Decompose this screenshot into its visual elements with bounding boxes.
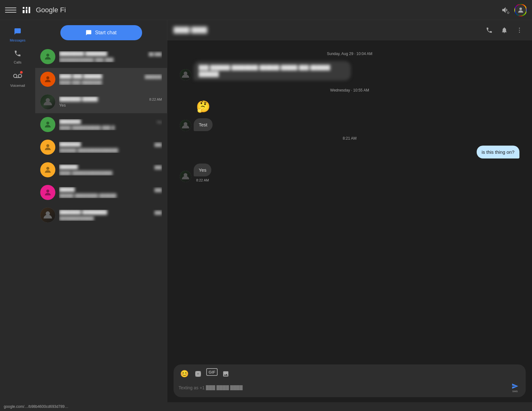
conversation-content: ███████ ████████ ███ ████████████ bbox=[59, 210, 162, 221]
message-avatar bbox=[180, 171, 191, 182]
start-chat-button[interactable]: Start chat bbox=[60, 25, 142, 40]
message-row: ███ ██████ ████████ ██████ █████ ███ ███… bbox=[180, 61, 519, 81]
svg-point-8 bbox=[519, 8, 522, 10]
voicemail-icon bbox=[13, 72, 22, 82]
emoji-button[interactable]: 😊 bbox=[179, 368, 190, 380]
notifications-button[interactable] bbox=[498, 24, 511, 36]
messages-icon bbox=[14, 28, 21, 37]
contact-name: ██████ bbox=[59, 164, 78, 169]
message-preview: ████████████ ███ ███ bbox=[59, 58, 162, 62]
conversation-panel: Start chat ████████ ███████ ██ ███ █████… bbox=[35, 20, 167, 402]
chat-area: ████ ████ bbox=[167, 20, 532, 402]
message-preview: ████████████ bbox=[59, 216, 162, 221]
svg-rect-1 bbox=[23, 7, 25, 9]
bottom-bar: google.com/…/b98b4600cd693d789… bbox=[0, 402, 532, 411]
message-bubble-emoji: 🤔 bbox=[194, 97, 213, 116]
contact-avatar bbox=[40, 162, 55, 177]
contact-avatar bbox=[40, 49, 55, 64]
svg-rect-2 bbox=[23, 10, 25, 13]
contact-name: ███████ bbox=[59, 142, 81, 147]
avatar-photo bbox=[515, 5, 526, 15]
sidebar: Messages Calls Voicemail bbox=[0, 20, 35, 402]
message-bubble: is this thing on? bbox=[477, 146, 519, 158]
message-time: ███████ bbox=[145, 75, 162, 79]
svg-point-9 bbox=[46, 54, 49, 57]
messages-label: Messages bbox=[10, 38, 25, 42]
hamburger-menu[interactable] bbox=[5, 4, 16, 16]
conversation-content: ███████ ███ ██████ ██████████████ bbox=[59, 142, 162, 153]
message-time: ███ bbox=[155, 143, 162, 147]
message-preview: █████ ████████ ██████ bbox=[59, 193, 162, 198]
chat-header: ████ ████ bbox=[167, 20, 532, 40]
gif-button[interactable]: GIF bbox=[206, 368, 218, 376]
calls-label: Calls bbox=[14, 60, 21, 64]
contact-name: ████████ ███████ bbox=[59, 51, 107, 56]
message-input-box: 😊 GIF bbox=[174, 364, 526, 397]
message-bubble: Test bbox=[194, 118, 213, 131]
conversation-item[interactable]: ████████ ███████ ██ ███ ████████████ ███… bbox=[35, 45, 167, 68]
message-bubble: Yes bbox=[194, 164, 211, 176]
message-time: ███ bbox=[155, 211, 162, 214]
contact-avatar bbox=[40, 140, 55, 155]
contact-avatar bbox=[40, 185, 55, 200]
message-preview: ████ ██████████████ bbox=[59, 171, 162, 175]
send-button[interactable]: SMS bbox=[509, 382, 521, 393]
sidebar-item-calls[interactable]: Calls bbox=[3, 47, 32, 67]
conversation-content: ████ ███ ██████ ███████ ████ ███ ███████ bbox=[59, 74, 162, 85]
conversation-content: ██████ ███ ████ ██████████████ bbox=[59, 164, 162, 175]
fi-logo-icon bbox=[20, 4, 33, 16]
message-row: is this thing on? bbox=[180, 146, 519, 158]
message-preview: ████ ██████████ ███ █ bbox=[59, 125, 162, 130]
svg-rect-4 bbox=[26, 7, 27, 8]
input-toolbar: 😊 GIF bbox=[179, 368, 521, 380]
conversation-item[interactable]: ███████ █████ 8:22 AM Yes bbox=[35, 91, 167, 113]
voicemail-badge-dot bbox=[20, 71, 23, 74]
svg-rect-5 bbox=[26, 9, 27, 13]
conversation-item[interactable]: ████ ███ ██████ ███████ ████ ███ ███████ bbox=[35, 68, 167, 91]
message-preview: ██████ ██████████████ bbox=[59, 148, 162, 153]
contact-avatar bbox=[40, 208, 55, 223]
conversation-item[interactable]: █████ ███ █████ ████████ ██████ bbox=[35, 181, 167, 204]
sidebar-item-voicemail[interactable]: Voicemail bbox=[3, 69, 32, 90]
svg-point-13 bbox=[46, 144, 49, 147]
svg-rect-6 bbox=[29, 7, 30, 13]
conversation-content: ████████ ███████ ██ ███ ████████████ ███… bbox=[59, 51, 162, 62]
sound-settings-button[interactable] bbox=[499, 4, 512, 16]
message-time-divider: 8:21 AM bbox=[180, 136, 519, 141]
conversation-item[interactable]: ██████ ███ ████ ██████████████ bbox=[35, 158, 167, 181]
app-logo: Google Fi bbox=[20, 4, 66, 16]
svg-point-19 bbox=[519, 32, 520, 33]
message-time: 8:22 AM bbox=[149, 97, 162, 101]
message-avatar bbox=[180, 69, 191, 81]
attachment-button[interactable] bbox=[220, 368, 231, 380]
message-row: 🤔 bbox=[180, 97, 519, 116]
conversation-item[interactable]: ███████ ███ ██████ ██████████████ bbox=[35, 136, 167, 158]
more-options-button[interactable] bbox=[513, 24, 526, 36]
message-input[interactable] bbox=[179, 385, 507, 390]
message-time: ███ bbox=[155, 188, 162, 192]
main-area: Messages Calls Voicemail bbox=[0, 20, 532, 402]
message-avatar bbox=[180, 120, 191, 131]
input-row: SMS bbox=[179, 382, 521, 393]
bottom-url: google.com/…/b98b4600cd693d789… bbox=[4, 404, 69, 409]
date-divider: Wednesday · 10:55 AM bbox=[180, 88, 519, 92]
conversation-item[interactable]: ███████ Sat ████ ██████████ ███ █ bbox=[35, 113, 167, 136]
start-chat-label: Start chat bbox=[95, 30, 116, 36]
conversation-item[interactable]: ███████ ████████ ███ ████████████ bbox=[35, 204, 167, 226]
message-row: Yes 8:22 AM bbox=[180, 164, 519, 182]
sidebar-item-messages[interactable]: Messages bbox=[3, 25, 32, 45]
message-time: Sat bbox=[157, 120, 162, 124]
conversation-list: ████████ ███████ ██ ███ ████████████ ███… bbox=[35, 45, 167, 402]
messages-area: Sunday, Aug 29 · 10:04 AM ███ ██████ ███… bbox=[167, 40, 532, 361]
chat-contact-name: ████ ████ bbox=[174, 27, 479, 33]
contact-avatar bbox=[40, 94, 55, 109]
message-time: ███ bbox=[155, 165, 162, 169]
sticker-button[interactable] bbox=[192, 368, 204, 380]
conversation-content: ███████ █████ 8:22 AM Yes bbox=[59, 97, 162, 108]
user-avatar[interactable] bbox=[514, 4, 527, 16]
contact-name: ███████ ████████ bbox=[59, 210, 107, 215]
call-button[interactable] bbox=[483, 24, 496, 36]
message-bubble: ███ ██████ ████████ ██████ █████ ███ ███… bbox=[194, 61, 351, 81]
svg-point-18 bbox=[519, 30, 520, 31]
contact-name: ███████ █████ bbox=[59, 97, 98, 102]
